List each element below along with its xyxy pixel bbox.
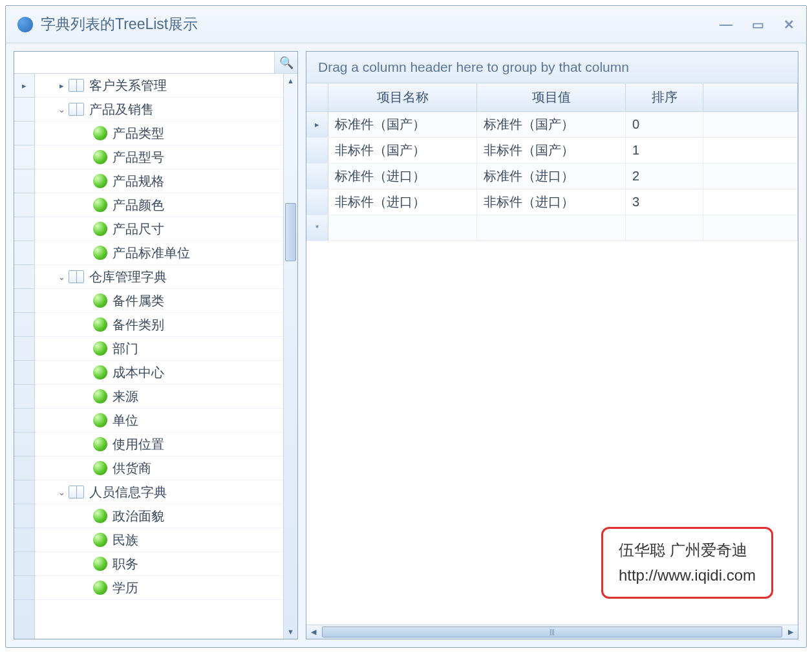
expander-icon[interactable]: ⌄: [56, 487, 67, 497]
grid-header-value[interactable]: 项目值: [477, 83, 626, 111]
tree-row-indicator: [14, 552, 34, 576]
grid-cell-value[interactable]: 标准件（国产）: [477, 112, 626, 137]
tree-row-indicator: [14, 265, 34, 289]
green-sphere-icon: [93, 150, 107, 164]
close-button[interactable]: ✕: [784, 17, 795, 32]
app-window: 字典列表的TreeList展示 — ▭ ✕ 🔍 ▸ ▸客户关系管理⌄产品及销售产…: [5, 5, 807, 648]
tree-group-item[interactable]: ▸客户关系管理: [35, 74, 283, 98]
expander-icon[interactable]: ⌄: [56, 105, 67, 114]
expander-icon[interactable]: ⌄: [56, 272, 67, 282]
tree-item-label: 备件属类: [112, 292, 164, 310]
grid-cell-sort[interactable]: 2: [626, 164, 703, 189]
grid-cell-sort[interactable]: 1: [626, 138, 703, 163]
maximize-button[interactable]: ▭: [752, 17, 764, 32]
grid-cell-sort[interactable]: 3: [626, 189, 703, 215]
tree-item-label: 产品及销售: [89, 101, 154, 118]
green-sphere-icon: [93, 413, 107, 427]
group-by-hint[interactable]: Drag a column header here to group by th…: [306, 52, 798, 83]
tree-leaf-item[interactable]: 民族: [35, 528, 283, 552]
grid-cell-value[interactable]: 标准件（进口）: [477, 164, 626, 189]
grid-header-name[interactable]: 项目名称: [328, 83, 477, 111]
tree-vertical-scrollbar[interactable]: ▲ ▼: [283, 74, 297, 639]
grid-row-indicator[interactable]: [306, 189, 328, 215]
grid-cell-sort[interactable]: [626, 215, 703, 241]
grid-cell-value[interactable]: 非标件（国产）: [477, 138, 626, 163]
grid-row[interactable]: 非标件（进口）非标件（进口）3: [306, 189, 798, 215]
search-button[interactable]: 🔍: [274, 52, 297, 73]
tree-item-label: 产品规格: [112, 173, 164, 190]
tree-item-label: 民族: [112, 531, 138, 549]
tree-group-item[interactable]: ⌄仓库管理字典: [35, 265, 283, 289]
tree-row-indicator: [14, 480, 34, 504]
tree-body[interactable]: ▸客户关系管理⌄产品及销售产品类型产品型号产品规格产品颜色产品尺寸产品标准单位⌄…: [35, 74, 283, 639]
tree-leaf-item[interactable]: 使用位置: [35, 433, 283, 456]
tree-leaf-item[interactable]: 产品尺寸: [35, 217, 283, 241]
grid-row-indicator[interactable]: ▸: [306, 112, 328, 137]
grid-row[interactable]: 标准件（进口）标准件（进口）2: [306, 164, 798, 189]
tree-item-label: 供货商: [112, 460, 151, 477]
tree-leaf-item[interactable]: 产品规格: [35, 169, 283, 193]
grid-cell-name[interactable]: 标准件（进口）: [328, 164, 477, 189]
tree-leaf-item[interactable]: 产品类型: [35, 122, 283, 145]
tree-row-indicator: [14, 241, 34, 265]
grid-cell-name[interactable]: 非标件（进口）: [328, 189, 477, 215]
tree-item-label: 产品标准单位: [112, 244, 190, 262]
tree-group-item[interactable]: ⌄人员信息字典: [35, 480, 283, 504]
tree-row-indicator: [14, 217, 34, 241]
scroll-right-arrow-icon[interactable]: ▶: [784, 628, 798, 636]
tree-leaf-item[interactable]: 政治面貌: [35, 504, 283, 528]
grid-cell-value[interactable]: [477, 215, 626, 241]
tree-leaf-item[interactable]: 部门: [35, 337, 283, 361]
tree-leaf-item[interactable]: 单位: [35, 409, 283, 433]
green-sphere-icon: [93, 581, 107, 595]
search-input[interactable]: [14, 52, 274, 73]
grid-cell-sort[interactable]: 0: [626, 112, 703, 137]
grid-cell-spacer: [703, 164, 798, 189]
app-icon: [17, 17, 33, 32]
grid-header-sort[interactable]: 排序: [626, 83, 703, 111]
scroll-thumb[interactable]: [285, 203, 296, 261]
green-sphere-icon: [93, 557, 107, 571]
tree-leaf-item[interactable]: 职务: [35, 552, 283, 576]
grid-row[interactable]: 非标件（国产）非标件（国产）1: [306, 138, 798, 164]
green-sphere-icon: [93, 437, 107, 451]
tree-group-item[interactable]: ⌄产品及销售: [35, 98, 283, 122]
tree-leaf-item[interactable]: 产品型号: [35, 145, 283, 169]
minimize-button[interactable]: —: [720, 17, 732, 32]
grid-row-indicator[interactable]: *: [306, 215, 328, 241]
tree-leaf-item[interactable]: 产品标准单位: [35, 241, 283, 265]
grid-cell-name[interactable]: 非标件（国产）: [328, 138, 477, 163]
tree-leaf-item[interactable]: 来源: [35, 385, 283, 409]
grid-cell-value[interactable]: 非标件（进口）: [477, 189, 626, 215]
grid-row-indicator[interactable]: [306, 138, 328, 163]
grid-row-indicator[interactable]: [306, 164, 328, 189]
tree-row-indicator: [14, 528, 34, 552]
tree-leaf-item[interactable]: 产品颜色: [35, 193, 283, 217]
expander-icon[interactable]: ▸: [56, 81, 67, 91]
grid-horizontal-scrollbar[interactable]: ◀ ||| ▶: [306, 625, 798, 639]
search-icon: 🔍: [279, 56, 294, 70]
green-sphere-icon: [93, 509, 107, 523]
tree-leaf-item[interactable]: 供货商: [35, 456, 283, 480]
grid-row[interactable]: *: [306, 215, 798, 241]
tree-leaf-item[interactable]: 备件属类: [35, 289, 283, 313]
tree-item-label: 学历: [112, 579, 138, 597]
tree-item-label: 部门: [112, 340, 138, 358]
grid-row[interactable]: ▸标准件（国产）标准件（国产）0: [306, 112, 798, 138]
tree-item-label: 客户关系管理: [89, 77, 167, 94]
tree-leaf-item[interactable]: 备件类别: [35, 313, 283, 337]
watermark-line1: 伍华聪 广州爱奇迪: [619, 538, 756, 562]
grid-cell-name[interactable]: [328, 215, 477, 241]
titlebar[interactable]: 字典列表的TreeList展示 — ▭ ✕: [6, 6, 806, 43]
grid-body[interactable]: ▸标准件（国产）标准件（国产）0非标件（国产）非标件（国产）1标准件（进口）标准…: [306, 112, 798, 241]
grid-cell-name[interactable]: 标准件（国产）: [328, 112, 477, 137]
tree-row-indicator: [14, 289, 34, 313]
scroll-thumb[interactable]: |||: [322, 626, 782, 637]
scroll-up-arrow-icon[interactable]: ▲: [284, 74, 297, 88]
tree-row-indicator: [14, 361, 34, 385]
tree-leaf-item[interactable]: 成本中心: [35, 361, 283, 385]
grid-header-indicator[interactable]: [306, 83, 328, 111]
tree-leaf-item[interactable]: 学历: [35, 576, 283, 600]
scroll-down-arrow-icon[interactable]: ▼: [284, 625, 297, 639]
scroll-left-arrow-icon[interactable]: ◀: [306, 628, 321, 636]
